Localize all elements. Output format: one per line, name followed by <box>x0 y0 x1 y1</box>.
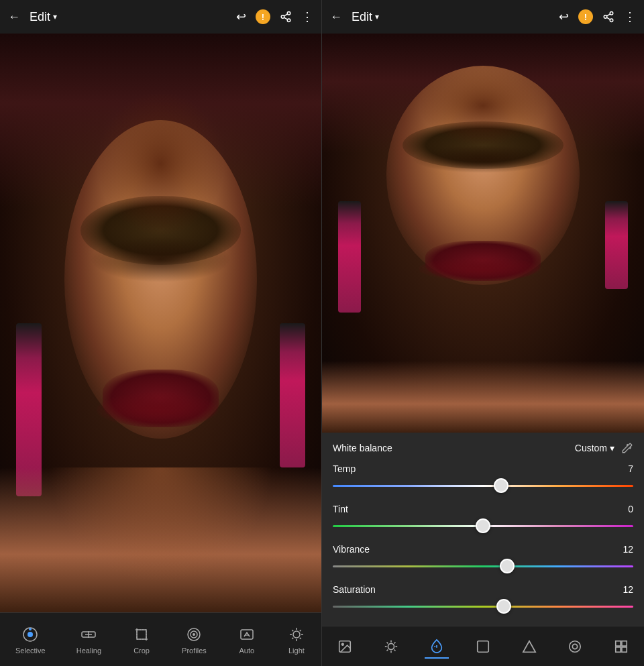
vibrance-slider[interactable] <box>333 559 633 573</box>
healing-label: Healing <box>76 647 101 655</box>
svg-line-26 <box>606 17 610 19</box>
selective-icon <box>21 625 40 644</box>
toolbar-profiles[interactable]: Profiles <box>174 620 215 660</box>
svg-point-14 <box>293 631 300 638</box>
svg-line-3 <box>284 17 287 19</box>
vibrance-label: Vibrance <box>333 544 370 555</box>
saturation-label: Saturation <box>333 584 376 595</box>
auto-label: Auto <box>239 647 255 655</box>
vibrance-thumb[interactable] <box>500 559 515 573</box>
temp-track <box>333 485 633 487</box>
tint-thumb[interactable] <box>476 518 490 533</box>
more-button-right[interactable]: ⋮ <box>624 9 636 24</box>
svg-rect-9 <box>137 630 146 639</box>
svg-line-37 <box>394 642 395 643</box>
saturation-track <box>333 606 633 608</box>
light-icon <box>287 625 306 644</box>
saturation-value: 12 <box>623 584 633 595</box>
svg-point-2 <box>287 19 290 22</box>
crop-icon <box>132 625 151 644</box>
undo-button-left[interactable]: ↩ <box>236 9 246 24</box>
profiles-label: Profiles <box>182 647 207 655</box>
hsl-tool-button[interactable] <box>471 634 495 659</box>
splittone-tool-button[interactable] <box>609 634 633 659</box>
title-chevron-left: ▾ <box>53 12 57 21</box>
right-panel: ← Edit ▾ ↩ ! ⋮ <box>322 0 644 666</box>
saturation-slider[interactable] <box>333 599 633 614</box>
svg-point-25 <box>610 19 613 22</box>
light-tool-button[interactable] <box>379 634 403 659</box>
left-topbar: ← Edit ▾ ↩ ! ⋮ <box>0 0 321 34</box>
gallery-tool-button[interactable] <box>333 634 357 659</box>
svg-rect-41 <box>478 641 489 652</box>
healing-icon <box>79 625 98 644</box>
warning-icon-right[interactable]: ! <box>578 9 593 24</box>
auto-icon <box>237 625 256 644</box>
tint-value: 0 <box>628 504 633 514</box>
svg-point-6 <box>28 632 33 637</box>
share-button-left[interactable] <box>280 11 292 23</box>
svg-line-27 <box>606 14 610 16</box>
svg-line-36 <box>394 649 395 651</box>
back-button-right[interactable]: ← <box>330 10 342 24</box>
svg-point-44 <box>572 644 577 649</box>
svg-point-30 <box>388 643 394 649</box>
svg-line-21 <box>300 630 301 631</box>
undo-button-right[interactable]: ↩ <box>559 9 569 24</box>
svg-rect-46 <box>622 641 627 645</box>
tint-label: Tint <box>333 504 348 514</box>
right-photo-area <box>322 34 644 433</box>
white-balance-dropdown[interactable]: Custom ▾ <box>575 443 614 453</box>
warning-icon-left[interactable]: ! <box>256 9 270 24</box>
back-button-left[interactable]: ← <box>8 10 20 24</box>
white-balance-label: White balance <box>333 443 575 453</box>
svg-point-0 <box>287 12 290 15</box>
svg-point-7 <box>29 628 32 630</box>
share-button-right[interactable] <box>602 11 614 23</box>
saturation-slider-row: Saturation 12 <box>333 584 633 614</box>
left-title: Edit ▾ <box>30 10 57 24</box>
adjustments-panel: White balance Custom ▾ Temp 7 <box>322 433 644 626</box>
left-bottom-toolbar: Selective Healing Crop <box>0 612 321 666</box>
svg-rect-48 <box>622 647 627 651</box>
whitebalance-tool-button[interactable] <box>425 634 449 659</box>
vibrance-track <box>333 565 633 567</box>
svg-rect-13 <box>241 630 253 639</box>
svg-line-19 <box>292 630 293 631</box>
toolbar-healing[interactable]: Healing <box>68 620 109 660</box>
toolbar-auto[interactable]: Auto <box>229 620 264 660</box>
svg-line-4 <box>284 14 287 16</box>
profiles-icon <box>184 625 203 644</box>
tonecurve-tool-button[interactable] <box>517 634 541 659</box>
toolbar-crop[interactable]: Crop <box>124 620 159 660</box>
white-balance-row: White balance Custom ▾ <box>333 442 633 454</box>
svg-rect-45 <box>615 641 620 645</box>
wb-chevron-icon: ▾ <box>610 443 614 453</box>
svg-point-43 <box>570 641 581 652</box>
svg-line-20 <box>300 637 301 639</box>
tint-slider-row: Tint 0 <box>333 504 633 533</box>
eyedropper-button[interactable] <box>621 442 633 454</box>
left-panel: ← Edit ▾ ↩ ! ⋮ <box>0 0 322 666</box>
saturation-thumb[interactable] <box>496 599 511 614</box>
svg-line-35 <box>386 642 388 643</box>
title-chevron-right: ▾ <box>375 12 379 21</box>
svg-marker-42 <box>523 641 535 652</box>
vibrance-slider-row: Vibrance 12 <box>333 544 633 573</box>
temp-thumb[interactable] <box>494 478 508 493</box>
svg-line-22 <box>292 637 293 639</box>
details-tool-button[interactable] <box>563 634 587 659</box>
toolbar-selective[interactable]: Selective <box>7 620 54 660</box>
temp-label: Temp <box>333 463 356 474</box>
tint-slider[interactable] <box>333 518 633 533</box>
right-bottom-toolbar <box>322 626 644 666</box>
svg-line-38 <box>386 649 388 651</box>
temp-value: 7 <box>628 463 633 474</box>
temp-slider[interactable] <box>333 478 633 493</box>
svg-point-1 <box>281 15 284 19</box>
selective-label: Selective <box>15 647 46 655</box>
toolbar-light[interactable]: Light <box>279 620 314 660</box>
light-label: Light <box>288 647 305 655</box>
right-topbar: ← Edit ▾ ↩ ! ⋮ <box>322 0 644 34</box>
more-button-left[interactable]: ⋮ <box>301 9 313 24</box>
